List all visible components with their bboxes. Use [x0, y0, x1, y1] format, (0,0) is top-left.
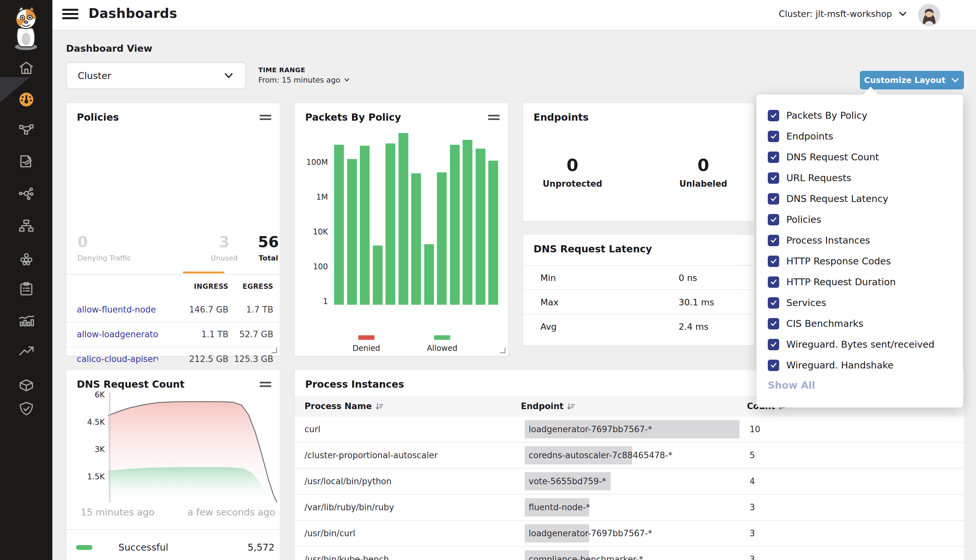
bar-allowed[interactable] — [385, 143, 395, 305]
policy-egress-value: 52.7 GB — [231, 330, 273, 339]
resize-handle[interactable] — [500, 348, 506, 353]
layout-menu-item-packets-by-policy[interactable]: Packets By Policy — [768, 105, 868, 126]
bar-allowed[interactable] — [360, 146, 370, 305]
policies-stat-denying-traffic[interactable]: 0Denying Traffic — [77, 235, 182, 262]
checkbox-checked-icon[interactable] — [768, 193, 779, 205]
layout-menu-item-url-requests[interactable]: URL Requests — [768, 167, 851, 188]
sidebar-item-home[interactable] — [0, 58, 52, 78]
bar-allowed[interactable] — [373, 245, 383, 305]
policy-ingress-value: 212.5 GB — [164, 354, 229, 364]
policy-link[interactable]: allow-fluentd-node — [77, 305, 158, 315]
legend-allowed-label: Allowed — [419, 344, 465, 353]
sidebar-item-cluster-hierarchy[interactable] — [0, 216, 52, 235]
column-header-ingress[interactable]: INGRESS — [164, 283, 229, 290]
y-axis-tick: 4.5K — [72, 418, 105, 427]
policies-icon — [18, 153, 35, 170]
process-row: /usr/bin/kube-benchcompliance-benchmarke… — [295, 547, 964, 560]
process-name: /usr/bin/curl — [305, 528, 355, 538]
resize-handle[interactable] — [272, 348, 277, 353]
checkbox-checked-icon[interactable] — [768, 360, 779, 371]
column-header-endpoint[interactable]: Endpoint — [521, 401, 575, 412]
sidebar-item-dashboards[interactable] — [0, 90, 52, 109]
layout-menu-item-policies[interactable]: Policies — [768, 209, 821, 230]
y-axis-tick: 3K — [72, 445, 105, 454]
bar-allowed[interactable] — [424, 244, 434, 305]
sidebar-item-alerts[interactable] — [0, 342, 52, 362]
sidebar-item-policies[interactable] — [0, 152, 52, 171]
checkbox-checked-icon[interactable] — [768, 131, 779, 142]
policy-link[interactable]: calico-cloud-apiserver-… — [77, 354, 158, 364]
layout-menu-item-wireguard-handshake[interactable]: Wireguard. Handshake — [768, 355, 893, 376]
customize-layout-dropdown: Packets By PolicyEndpointsDNS Request Co… — [756, 95, 963, 407]
bar-allowed[interactable] — [399, 133, 408, 305]
endpoint-value[interactable]: compliance-benchmarker-* — [529, 555, 643, 560]
sidebar-item-image-assurance[interactable] — [0, 375, 52, 395]
layout-menu-item-http-request-duration[interactable]: HTTP Request Duration — [768, 272, 896, 292]
checkbox-checked-icon[interactable] — [768, 214, 779, 225]
checkbox-checked-icon[interactable] — [768, 297, 779, 308]
card-title: Packets By Policy — [305, 112, 401, 123]
checkbox-checked-icon[interactable] — [768, 277, 779, 288]
endpoint-value[interactable]: coredns-autoscaler-7c88465478-* — [529, 450, 672, 460]
x-axis-left-label: 15 minutes ago — [81, 507, 155, 518]
cluster-selector[interactable]: Cluster: jlt-msft-workshop — [779, 9, 908, 19]
bar-allowed[interactable] — [411, 173, 421, 305]
bar-allowed[interactable] — [437, 172, 447, 305]
sidebar-item-network-sets[interactable] — [0, 183, 52, 203]
endpoint-value[interactable]: loadgenerator-7697bb7567-* — [529, 424, 652, 434]
legend-allowed-swatch — [434, 335, 450, 340]
policies-stat-total[interactable]: 56Total — [247, 235, 290, 262]
layout-menu-item-wireguard-bytes-sent-received[interactable]: Wireguard. Bytes sent/received — [768, 334, 935, 355]
layout-menu-item-dns-request-count[interactable]: DNS Request Count — [768, 147, 879, 167]
count-value: 4 — [749, 477, 755, 486]
column-header-egress[interactable]: EGRESS — [231, 283, 273, 290]
dashboard-view-select[interactable]: Cluster — [66, 62, 246, 89]
bar-allowed[interactable] — [463, 140, 472, 305]
checkbox-checked-icon[interactable] — [768, 235, 779, 246]
process-name: /usr/local/bin/python — [305, 477, 392, 486]
checkbox-checked-icon[interactable] — [768, 318, 779, 330]
layout-menu-item-process-instances[interactable]: Process Instances — [768, 230, 870, 251]
sidebar-item-threat-defense[interactable] — [0, 399, 52, 418]
checkbox-checked-icon[interactable] — [768, 110, 779, 121]
checkbox-checked-icon[interactable] — [768, 152, 779, 163]
cluster-hierarchy-icon — [18, 217, 35, 234]
column-header-process-name[interactable]: Process Name — [305, 401, 384, 412]
layout-menu-item-services[interactable]: Services — [768, 292, 826, 313]
drag-handle-icon[interactable] — [260, 382, 271, 389]
active-tab-underline — [183, 272, 225, 273]
layout-menu-item-http-response-codes[interactable]: HTTP Response Codes — [768, 251, 891, 272]
calico-cat-logo[interactable] — [9, 5, 43, 51]
sidebar-item-service-graph[interactable] — [0, 120, 52, 140]
sidebar-item-endpoints[interactable] — [0, 249, 52, 268]
process-row: /usr/bin/curlloadgenerator-7697bb7567-*3 — [295, 521, 964, 547]
checkbox-checked-icon[interactable] — [768, 172, 779, 184]
bar-allowed[interactable] — [347, 159, 357, 305]
sidebar-item-compliance-reports[interactable] — [0, 279, 52, 298]
bar-allowed[interactable] — [488, 161, 498, 305]
endpoint-value[interactable]: loadgenerator-7697bb7567-* — [529, 528, 652, 538]
endpoint-value[interactable]: fluentd-node-* — [529, 502, 590, 512]
bar-allowed[interactable] — [475, 148, 485, 305]
checkbox-checked-icon[interactable] — [768, 256, 779, 267]
chevron-down-icon — [898, 11, 908, 17]
sidebar-item-activity[interactable] — [0, 310, 52, 330]
user-avatar[interactable] — [918, 4, 940, 26]
home-icon — [18, 60, 35, 77]
drag-handle-icon[interactable] — [488, 115, 500, 122]
checkbox-checked-icon[interactable] — [768, 339, 779, 350]
drag-handle-icon[interactable] — [260, 115, 271, 122]
show-all-link[interactable]: Show All — [768, 380, 815, 391]
endpoint-value[interactable]: vote-5655bd759-* — [529, 477, 606, 486]
policies-stat-unused[interactable]: 3Unused — [203, 235, 245, 262]
layout-menu-item-endpoints[interactable]: Endpoints — [768, 126, 833, 147]
menu-hamburger-icon[interactable] — [62, 9, 78, 21]
bar-allowed[interactable] — [450, 145, 460, 305]
policy-link[interactable]: allow-loadgenerator — [77, 330, 158, 339]
activity-icon — [18, 312, 35, 329]
layout-menu-item-dns-request-latency[interactable]: DNS Request Latency — [768, 188, 888, 209]
process-row: /usr/local/bin/pythonvote-5655bd759-*4 — [295, 468, 964, 495]
time-range-value[interactable]: From: 15 minutes ago — [258, 76, 350, 84]
bar-allowed[interactable] — [334, 145, 344, 305]
layout-menu-item-cis-benchmarks[interactable]: CIS Benchmarks — [768, 313, 863, 334]
